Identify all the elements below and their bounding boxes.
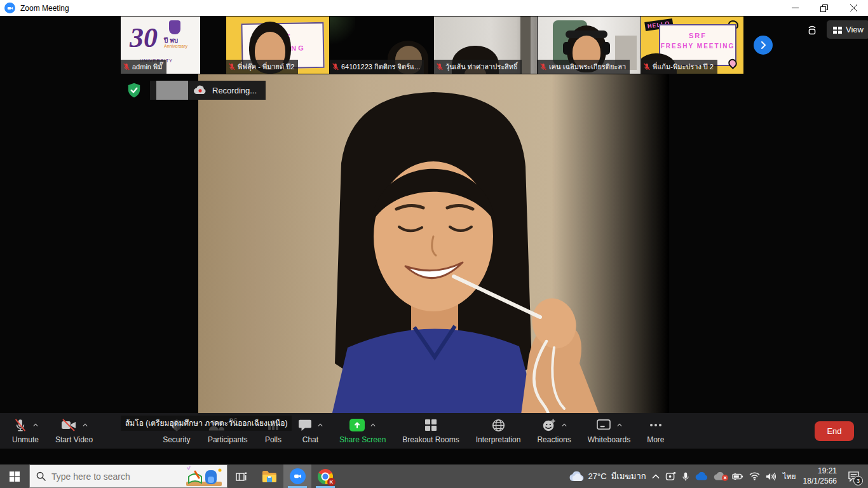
speaker-icon (766, 472, 776, 481)
participant-thumbnail[interactable]: วุ้นเส้น ท่าศาลาประสิทธิ์ (434, 17, 537, 74)
more-label: More (647, 435, 664, 444)
share-screen-button[interactable]: Share Screen (331, 413, 394, 449)
zoom-taskbar-button[interactable] (283, 464, 311, 488)
cloud-sync-error-tray-icon[interactable] (714, 472, 726, 480)
action-center-button[interactable]: 3 (843, 464, 864, 488)
view-button[interactable]: View (827, 20, 868, 39)
onedrive-tray-icon[interactable] (695, 472, 708, 480)
polls-label: Polls (265, 435, 281, 444)
task-view-icon (236, 471, 247, 482)
chat-label: Chat (302, 435, 318, 444)
grid-view-icon (833, 25, 842, 34)
chrome-taskbar-button[interactable]: K (311, 464, 339, 488)
battery-tray-icon[interactable] (732, 473, 743, 480)
video-off-icon (60, 418, 77, 432)
anniversary-logo: 30 (130, 22, 158, 54)
language-indicator[interactable]: ไทย (782, 470, 797, 482)
chevron-up-icon[interactable] (318, 423, 323, 428)
share-screen-label: Share Screen (339, 435, 386, 444)
breakout-rooms-button[interactable]: Breakout Rooms (394, 413, 467, 449)
participant-name-tag: พี่แก้ม-พิมะปราง ปี 2 (641, 60, 717, 74)
wifi-tray-icon[interactable] (749, 472, 760, 480)
security-label: Security (163, 435, 190, 444)
minimize-button[interactable] (780, 0, 810, 16)
logo-subtitle2: Anniversary (164, 44, 187, 48)
participant-thumbnail[interactable]: เคน เฉลิมพระเกียรติยะลา (538, 17, 641, 74)
weather-widget[interactable]: 27°C มีเมฆมาก (569, 470, 646, 483)
taskbar-clock[interactable]: 19:21 18/1/2566 (803, 466, 837, 486)
volume-tray-icon[interactable] (766, 472, 776, 481)
next-videos-button[interactable] (754, 36, 773, 55)
interpretation-label: Interpretation (476, 435, 521, 444)
chevron-up-icon[interactable] (617, 423, 622, 428)
chevron-up-icon[interactable] (370, 423, 376, 428)
view-label: View (846, 25, 864, 34)
interpretation-button[interactable]: Interpretation (468, 413, 529, 449)
security-shield-icon (126, 82, 142, 98)
chevron-up-icon[interactable] (83, 423, 88, 428)
speaker-name-tag: ส้มโอ (เตรียมอุดมศึกษา ภาคตะวันออกเฉียงเ… (121, 416, 292, 431)
participant-name-tag: พี่ฟลุ๊ค - พี่มายด์ ปี2 (226, 60, 298, 74)
recording-label: Recording... (212, 86, 257, 95)
microphone-tray-icon[interactable] (682, 471, 689, 482)
window-titlebar: Zoom Meeting (0, 0, 868, 16)
end-meeting-button[interactable]: End (815, 421, 854, 441)
participant-thumbnail[interactable]: SRF MEETING พี่ฟลุ๊ค - พี่มายด์ ปี2 (226, 17, 329, 74)
globe-icon (492, 419, 505, 432)
participant-thumbnail[interactable]: HELLO SRF FRESHY MEETING พี่แก้ม-พิมะปรา… (641, 17, 743, 74)
university-crest (169, 20, 180, 34)
chevron-up-icon (652, 474, 660, 479)
taskbar-search[interactable] (29, 464, 227, 488)
battery-charging-icon (732, 473, 743, 480)
recording-pill[interactable]: Recording... (150, 81, 266, 100)
start-button[interactable] (0, 464, 29, 488)
active-speaker-video (198, 74, 669, 429)
participant-name: เคน เฉลิมพระเกียรติยะลา (549, 61, 626, 72)
microphone-icon (682, 471, 689, 482)
screen-capture-tray-icon[interactable] (665, 471, 676, 481)
window-controls (780, 0, 868, 16)
start-video-button[interactable]: Start Video (47, 413, 101, 449)
windows-taskbar: K 27°C มีเมฆมาก (0, 464, 868, 488)
whiteboards-button[interactable]: Whiteboards (580, 413, 639, 449)
chevron-up-icon[interactable] (562, 423, 567, 428)
breakout-rooms-label: Breakout Rooms (402, 435, 459, 444)
participant-name-tag: เคน เฉลิมพระเกียรติยะลา (538, 60, 630, 74)
meeting-area: 30 ปี พบ Anniversary UNIVERSITY admin พิ… (0, 16, 868, 464)
system-tray: 27°C มีเมฆมาก (569, 464, 868, 488)
card-text: SRF (660, 32, 735, 39)
task-view-button[interactable] (227, 464, 255, 488)
breakout-rooms-icon (424, 419, 437, 431)
participant-name: admin พิมั๊ (132, 61, 163, 72)
cloudy-weather-icon (569, 471, 584, 482)
chevron-up-icon[interactable] (33, 423, 38, 428)
muted-mic-icon (229, 63, 235, 71)
weather-condition: มีเมฆมาก (611, 470, 646, 483)
chrome-profile-badge: K (327, 478, 336, 486)
search-input[interactable] (51, 471, 159, 482)
muted-mic-icon (644, 63, 650, 71)
muted-mic-icon (123, 63, 130, 71)
close-button[interactable] (839, 0, 868, 16)
restore-button[interactable] (810, 0, 839, 16)
chat-icon (298, 419, 312, 431)
reactions-button[interactable]: Reactions (529, 413, 579, 449)
participant-thumbnail[interactable]: 30 ปี พบ Anniversary UNIVERSITY admin พิ… (121, 17, 200, 74)
participant-name: 64101223 กิตติกร จิตร์แ... (341, 61, 420, 72)
tray-overflow-button[interactable] (652, 474, 660, 479)
notification-count-badge: 3 (853, 476, 863, 485)
search-doodle-art (185, 465, 224, 487)
zoom-app-icon (4, 3, 15, 13)
file-explorer-button[interactable] (255, 464, 283, 488)
participant-thumbnail[interactable]: 64101223 กิตติกร จิตร์แ... (330, 17, 433, 74)
weather-temperature: 27°C (588, 471, 607, 481)
chat-button[interactable]: Chat (290, 413, 331, 449)
file-explorer-icon (262, 470, 277, 483)
unmute-button[interactable]: Unmute (4, 413, 47, 449)
participant-name: พี่ฟลุ๊ค - พี่มายด์ ปี2 (238, 61, 294, 72)
zoom-meeting-screen: Zoom Meeting 30 ปี พบ Anniversary UNIVER… (0, 0, 868, 488)
foliage (330, 17, 355, 48)
more-button[interactable]: More (639, 413, 672, 449)
wireless-display-button[interactable] (803, 20, 822, 39)
headphones (563, 42, 571, 55)
